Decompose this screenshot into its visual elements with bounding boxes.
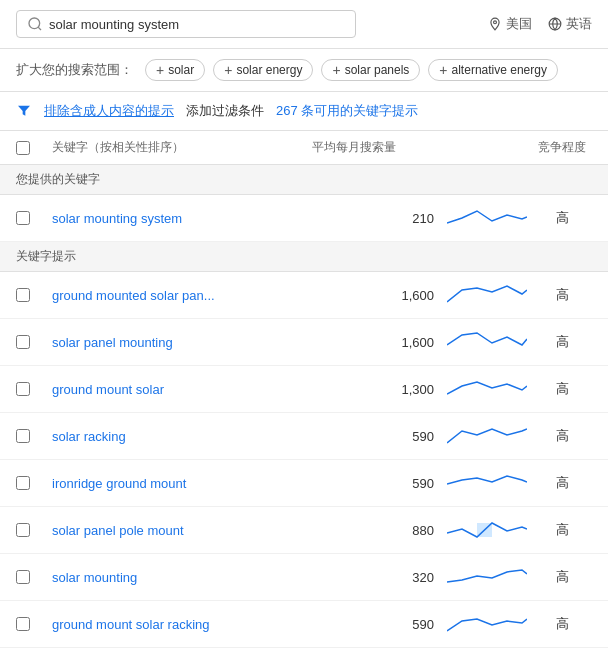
plus-icon-solar: + [156, 63, 164, 77]
checkbox-solar-mounting[interactable] [16, 570, 30, 584]
row-checkbox-solar-mounting-system[interactable] [16, 211, 52, 225]
kw-link-ground-mount-solar-racking[interactable]: ground mount solar racking [52, 617, 210, 632]
search-input[interactable] [49, 17, 345, 32]
checkbox-solar-panel-pole-mount[interactable] [16, 523, 30, 537]
tag-btn-solar[interactable]: + solar [145, 59, 205, 81]
kw-link-solar-panel-mounting[interactable]: solar panel mounting [52, 335, 173, 350]
checkbox-ground-mount-solar[interactable] [16, 382, 30, 396]
checkbox-solar-panel-mounting[interactable] [16, 335, 30, 349]
kw-link-solar-mounting-system[interactable]: solar mounting system [52, 211, 182, 226]
svg-line-1 [38, 27, 41, 30]
comp-solar-mounting: 高 [532, 568, 592, 586]
table-header: 关键字（按相关性排序） 平均每月搜索量 竞争程度 [0, 131, 608, 165]
table-row: solar panel pole mount 880 高 [0, 507, 608, 554]
kw-link-ground-mounted-solar-pan[interactable]: ground mounted solar pan... [52, 288, 215, 303]
comp-solar-panel-mounting: 高 [532, 333, 592, 351]
expand-label: 扩大您的搜索范围： [16, 61, 133, 79]
vol-ground-mount-solar: 1,300 [312, 382, 442, 397]
language-selector[interactable]: 英语 [548, 15, 592, 33]
kw-cell-ironridge-ground-mount: ironridge ground mount [52, 476, 312, 491]
comp-solar-panel-pole-mount: 高 [532, 521, 592, 539]
search-bar: 美国 英语 [0, 0, 608, 49]
comp-solar-mounting-system: 高 [532, 209, 592, 227]
sparkline-solar-racking [442, 421, 532, 451]
vol-ground-mounted-solar-pan: 1,600 [312, 288, 442, 303]
vol-solar-panel-pole-mount: 880 [312, 523, 442, 538]
svg-point-0 [29, 18, 40, 29]
your-kw-section-header: 您提供的关键字 [0, 165, 608, 195]
vol-solar-panel-mounting: 1,600 [312, 335, 442, 350]
checkbox-solar-racking[interactable] [16, 429, 30, 443]
header-keyword-label: 关键字（按相关性排序） [52, 139, 184, 156]
vol-ground-mount-solar-racking: 590 [312, 617, 442, 632]
sparkline-solar-panel-pole-mount [442, 515, 532, 545]
suggestions-section-header: 关键字提示 [0, 242, 608, 272]
kw-link-ironridge-ground-mount[interactable]: ironridge ground mount [52, 476, 186, 491]
filter-count: 267 条可用的关键字提示 [276, 102, 418, 120]
add-filter-link[interactable]: 添加过滤条件 [186, 102, 264, 120]
table-row: solar racking 590 高 [0, 413, 608, 460]
comp-solar-racking: 高 [532, 427, 592, 445]
plus-icon-solar-energy: + [224, 63, 232, 77]
header-checkbox-cell[interactable] [16, 141, 52, 155]
header-keyword[interactable]: 关键字（按相关性排序） [52, 139, 312, 156]
header-volume[interactable]: 平均每月搜索量 [312, 139, 442, 156]
comp-ground-mounted-solar-pan: 高 [532, 286, 592, 304]
svg-point-2 [494, 21, 497, 24]
tag-btn-solar-energy[interactable]: + solar energy [213, 59, 313, 81]
search-icon [27, 16, 43, 32]
sparkline-ground-mount-solar-racking [442, 609, 532, 639]
expand-bar: 扩大您的搜索范围： + solar + solar energy + solar… [0, 49, 608, 92]
language-label: 英语 [566, 15, 592, 33]
search-input-wrapper[interactable] [16, 10, 356, 38]
tag-btn-solar-panels[interactable]: + solar panels [321, 59, 420, 81]
filter-bar: 排除含成人内容的提示 添加过滤条件 267 条可用的关键字提示 [0, 92, 608, 131]
vol-solar-mounting: 320 [312, 570, 442, 585]
select-all-checkbox[interactable] [16, 141, 30, 155]
header-competition-label: 竞争程度 [538, 140, 586, 154]
table-row: ground mounted solar pan... 1,600 高 [0, 272, 608, 319]
kw-cell-solar-panel-mounting: solar panel mounting [52, 335, 312, 350]
comp-ground-mount-solar: 高 [532, 380, 592, 398]
sparkline-solar-mounting-system [442, 203, 532, 233]
vol-solar-racking: 590 [312, 429, 442, 444]
sparkline-solar-panel-mounting [442, 327, 532, 357]
comp-ironridge-ground-mount: 高 [532, 474, 592, 492]
checkbox-solar-mounting-system[interactable] [16, 211, 30, 225]
plus-icon-alternative-energy: + [439, 63, 447, 77]
kw-cell-solar-racking: solar racking [52, 429, 312, 444]
sparkline-ironridge-ground-mount [442, 468, 532, 498]
tag-label-alternative-energy: alternative energy [452, 63, 547, 77]
sparkline-ground-mounted-solar-pan [442, 280, 532, 310]
plus-icon-solar-panels: + [332, 63, 340, 77]
kw-link-ground-mount-solar[interactable]: ground mount solar [52, 382, 164, 397]
kw-cell-solar-mounting-system: solar mounting system [52, 211, 312, 226]
tag-btn-alternative-energy[interactable]: + alternative energy [428, 59, 558, 81]
exclude-adult-link[interactable]: 排除含成人内容的提示 [44, 102, 174, 120]
tag-label-solar: solar [168, 63, 194, 77]
header-right: 美国 英语 [488, 15, 592, 33]
language-icon [548, 17, 562, 31]
sparkline-solar-mounting [442, 562, 532, 592]
kw-cell-solar-panel-pole-mount: solar panel pole mount [52, 523, 312, 538]
your-kw-section-label: 您提供的关键字 [16, 172, 100, 186]
kw-cell-ground-mount-solar: ground mount solar [52, 382, 312, 397]
table-row: solar mounting system 210 高 [0, 195, 608, 242]
comp-ground-mount-solar-racking: 高 [532, 615, 592, 633]
tag-label-solar-energy: solar energy [236, 63, 302, 77]
location-selector[interactable]: 美国 [488, 15, 532, 33]
kw-cell-ground-mount-solar-racking: ground mount solar racking [52, 617, 312, 632]
location-label: 美国 [506, 15, 532, 33]
kw-cell-solar-mounting: solar mounting [52, 570, 312, 585]
checkbox-ground-mounted-solar-pan[interactable] [16, 288, 30, 302]
kw-link-solar-racking[interactable]: solar racking [52, 429, 126, 444]
kw-link-solar-panel-pole-mount[interactable]: solar panel pole mount [52, 523, 184, 538]
checkbox-ground-mount-solar-racking[interactable] [16, 617, 30, 631]
checkbox-ironridge-ground-mount[interactable] [16, 476, 30, 490]
table-row: solar panel mounting 1,600 高 [0, 319, 608, 366]
table-row: ground mount solar racking 590 高 [0, 601, 608, 648]
kw-link-solar-mounting[interactable]: solar mounting [52, 570, 137, 585]
suggestions-section-label: 关键字提示 [16, 249, 76, 263]
table-row: ground mount solar 1,300 高 [0, 366, 608, 413]
vol-ironridge-ground-mount: 590 [312, 476, 442, 491]
